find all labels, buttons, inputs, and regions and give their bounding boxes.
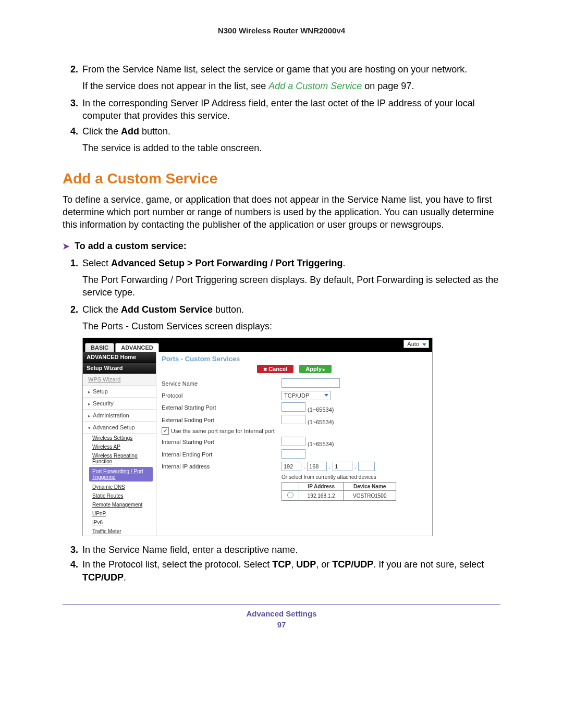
step-number: 3. [63,544,78,556]
step-4-result: The service is added to the table onscre… [82,142,500,154]
sidebar-sub-static-routes[interactable]: Static Routes [83,491,156,500]
main-pane: Ports - Custom Services Cancel Apply Ser… [156,352,432,536]
label-service-name: Service Name [162,380,282,387]
col-device-name: Device Name [344,483,396,491]
proc-step-4: 4. In the Protocol list, select the prot… [63,558,500,584]
ip-octet-1[interactable]: 192 [282,462,301,471]
port-range-hint: (1~65534) [308,419,334,425]
label-int-start-port: Internal Starting Port [162,439,282,445]
step-body: Click the Add Custom Service button. [82,303,500,316]
sidebar-administration[interactable]: ▸Administration [83,410,156,422]
label-int-end-port: Internal Ending Port [162,451,282,458]
ip-octet-4[interactable] [358,462,375,471]
chevron-right-icon: ▸ [88,401,91,406]
chevron-down-icon: ▾ [88,425,91,430]
port-range-hint: (1~65534) [308,441,334,447]
step-number: 1. [63,257,78,269]
table-row: 192.168.1.2 VOSTRO1500 [282,491,396,501]
arrow-icon: ➤ [63,241,69,251]
step-body: In the corresponding Server IP Address f… [82,97,500,122]
device-radio[interactable] [287,492,293,498]
footer-rule [63,604,500,605]
label-same-port: Use the same port range for Internal por… [171,428,275,434]
service-name-input[interactable] [282,378,340,388]
step-body: In the Service Name field, enter a descr… [82,544,500,556]
cell-device: VOSTRO1500 [344,491,396,501]
cell-ip: 192.168.1.2 [299,491,344,501]
sidebar-sub-remote-management[interactable]: Remote Management [83,500,156,509]
cancel-button[interactable]: Cancel [257,365,294,373]
ext-start-port-input[interactable] [282,402,305,412]
step-number: 4. [63,558,78,584]
chevron-right-icon: ▸ [88,413,91,418]
attached-devices-table: IP Address Device Name 192.168.1.2 VOSTR… [282,482,396,501]
sidebar-sub-port-forwarding[interactable]: Port Forwarding / Port Triggering [89,467,153,482]
sidebar-sub-dynamic-dns[interactable]: Dynamic DNS [83,483,156,491]
procedure-title: To add a custom service: [75,241,187,252]
label-ext-start-port: External Starting Port [162,404,282,411]
step-body: From the Service Name list, select the s… [82,63,500,76]
int-start-port-input[interactable] [282,437,305,446]
tab-advanced[interactable]: ADVANCED [115,343,159,352]
xref-link[interactable]: Add a Custom Service [268,81,362,91]
col-ip-address: IP Address [299,483,344,491]
footer-page-number: 97 [63,620,500,629]
sidebar-setup[interactable]: ▸Setup [83,386,156,398]
proc-step-3: 3. In the Service Name field, enter a de… [63,544,500,556]
tab-basic[interactable]: BASIC [85,343,114,352]
int-end-port-input[interactable] [282,449,305,459]
sidebar-sub-upnp[interactable]: UPnP [83,509,156,518]
step-number: 4. [63,125,78,138]
pane-title: Ports - Custom Services [162,355,427,363]
router-ui-screenshot: BASIC ADVANCED Auto ADVANCED Home Setup … [82,338,433,536]
sidebar-sub-wireless-settings[interactable]: Wireless Settings [83,434,156,442]
step-body: Select Advanced Setup > Port Forwarding … [82,257,500,269]
protocol-select[interactable]: TCP/UDP [282,391,331,400]
tab-bar: BASIC ADVANCED Auto [83,338,432,352]
sidebar-sub-wireless-ap[interactable]: Wireless AP [83,442,156,451]
footer-section-label: Advanced Settings [63,609,500,618]
proc-step-1-result: The Port Forwarding / Port Triggering sc… [82,274,500,299]
sidebar: ADVANCED Home Setup Wizard WPS Wizard ▸S… [83,352,156,536]
sidebar-sub-ipv6[interactable]: IPv6 [83,518,156,527]
section-heading: Add a Custom Service [63,170,500,187]
step-number: 3. [63,97,78,122]
step-body: In the Protocol list, select the protoco… [82,558,500,584]
header-product: N300 Wireless Router WNR2000v4 [63,26,500,35]
ip-octet-2[interactable]: 168 [307,462,327,471]
apply-button[interactable]: Apply [299,365,332,373]
section-intro: To define a service, game, or applicatio… [63,193,500,231]
step-body: Click the Add button. [82,125,500,138]
step-2: 2. From the Service Name list, select th… [63,63,500,76]
label-ext-end-port: External Ending Port [162,417,282,423]
proc-step-2: 2. Click the Add Custom Service button. [63,303,500,316]
label-protocol: Protocol [162,392,282,399]
step-number: 2. [63,303,78,316]
step-4: 4. Click the Add button. [63,125,500,138]
same-port-checkbox[interactable]: ✔ [162,427,169,435]
ext-end-port-input[interactable] [282,415,305,424]
sidebar-sub-traffic-meter[interactable]: Traffic Meter [83,527,156,536]
language-select[interactable]: Auto [403,340,429,348]
sidebar-sub-wireless-repeating[interactable]: Wireless Repeating Function [83,451,156,466]
sidebar-security[interactable]: ▸Security [83,398,156,410]
step-3: 3. In the corresponding Server IP Addres… [63,97,500,122]
service-form: Service Name Protocol TCP/UDP External S… [162,378,427,501]
step-number: 2. [63,63,78,76]
sidebar-wps-wizard[interactable]: WPS Wizard [83,374,156,386]
procedure-heading: ➤ To add a custom service: [63,241,500,252]
port-range-hint: (1~65534) [308,406,334,413]
sidebar-setup-wizard[interactable]: Setup Wizard [83,363,156,374]
manual-page: N300 Wireless Router WNR2000v4 2. From t… [0,0,563,650]
proc-step-2-result: The Ports - Custom Services screen displ… [82,320,500,332]
step-2-note: If the service does not appear in the li… [82,80,500,92]
sidebar-advanced-home[interactable]: ADVANCED Home [83,352,156,363]
chevron-right-icon: ▸ [88,389,91,394]
ip-octet-3[interactable]: 1 [333,462,352,471]
device-select-note: Or select from currently attached device… [282,474,427,480]
proc-step-1: 1. Select Advanced Setup > Port Forwardi… [63,257,500,269]
label-internal-ip: Internal IP address [162,463,282,470]
sidebar-advanced-setup[interactable]: ▾Advanced Setup [83,422,156,434]
